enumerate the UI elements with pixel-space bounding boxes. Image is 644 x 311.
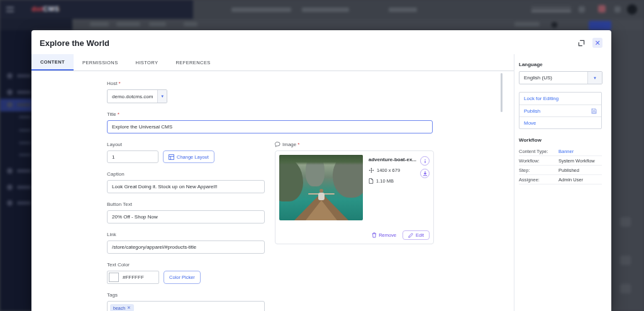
app-topbar: dotCMS (0, 0, 644, 19)
comment-icon (275, 142, 280, 147)
primary-action-button (589, 21, 611, 30)
sidebar-top (0, 19, 72, 30)
tab-content[interactable]: CONTENT (31, 54, 74, 71)
workflow-row: Workflow: System Workflow (519, 156, 602, 166)
button-text-label: Button Text (107, 201, 265, 207)
save-icon (591, 108, 597, 114)
language-value: English (US) (519, 72, 587, 84)
language-select[interactable]: English (US) ▼ (519, 71, 602, 84)
tab-references[interactable]: REFERENCES (167, 54, 219, 71)
lock-for-editing-action[interactable]: Lock for Editing (519, 93, 601, 105)
remove-image-button[interactable]: Remove (372, 232, 396, 238)
tab-bar: CONTENT PERMISSIONS HISTORY REFERENCES (31, 54, 514, 71)
toolbar-item (149, 22, 166, 26)
image-thumbnail[interactable] (279, 155, 363, 220)
avatar[interactable] (627, 4, 637, 14)
toolbar-item (184, 22, 197, 26)
button-text-input[interactable] (107, 210, 265, 223)
tab-permissions[interactable]: PERMISSIONS (74, 54, 127, 71)
toolbar-item (90, 22, 109, 26)
toolbar-toggle (552, 22, 557, 28)
dimensions-icon (369, 167, 374, 173)
breadcrumb (231, 8, 291, 12)
move-action[interactable]: Move (519, 116, 601, 128)
topbar-icon[interactable] (579, 6, 585, 13)
file-icon (369, 178, 374, 184)
grid-icon (169, 154, 174, 160)
tags-label: Tags (107, 292, 265, 298)
host-select[interactable]: demo.dotcms.com ▼ (107, 89, 167, 103)
title-input[interactable] (107, 120, 433, 133)
help-icon[interactable] (614, 6, 621, 13)
notifications-icon[interactable] (598, 5, 606, 13)
download-icon[interactable] (420, 169, 430, 178)
caption-label: Caption (107, 171, 265, 177)
breadcrumb (389, 8, 417, 12)
text-color-label: Text Color (107, 262, 265, 268)
image-field-card: adventure-boat-ex... 1400 x 679 1.10 MB (275, 150, 434, 244)
toolbar-item (116, 22, 140, 26)
chevron-down-icon[interactable]: ▼ (587, 72, 602, 84)
link-input[interactable] (107, 240, 265, 254)
content-type-link[interactable]: Banner (558, 149, 574, 154)
link-label: Link (107, 232, 265, 237)
color-value-box[interactable] (107, 271, 159, 284)
image-filesize: 1.10 MB (376, 178, 394, 184)
dialog-main: CONTENT PERMISSIONS HISTORY REFERENCES H… (31, 54, 514, 311)
layout-label: Layout (107, 142, 265, 147)
color-swatch[interactable] (109, 273, 119, 282)
title-label: Title (107, 111, 514, 117)
rail-icon (620, 217, 631, 227)
tags-input[interactable]: beach (107, 301, 265, 311)
breadcrumb (302, 8, 349, 12)
publish-action[interactable]: Publish (519, 105, 601, 116)
app-sidebar (0, 30, 33, 311)
image-label: Image (282, 142, 299, 147)
host-value: demo.dotcms.com (108, 90, 157, 103)
rail-icon (620, 256, 631, 265)
content-form: Host demo.dotcms.com ▼ Title La (31, 71, 514, 311)
pencil-icon (408, 233, 413, 238)
topbar-brand-area: dotCMS (0, 0, 193, 19)
tab-history[interactable]: HISTORY (127, 54, 167, 71)
info-icon[interactable] (420, 156, 430, 166)
change-layout-button[interactable]: Change Layout (163, 150, 214, 163)
menu-icon[interactable] (6, 7, 14, 12)
app-right-rail (611, 30, 644, 311)
workflow-label: Workflow (519, 137, 602, 143)
dialog-title: Explore the World (40, 38, 602, 48)
workflow-row: Step: Published (519, 166, 602, 175)
edit-content-dialog: Explore the World ✕ CONTENT PERMISSIONS … (31, 30, 611, 311)
workflow-actions-list: Lock for Editing Publish Move (519, 92, 602, 129)
language-label: Language (519, 62, 602, 67)
global-search-input[interactable] (531, 6, 571, 12)
color-picker-button[interactable]: Color Picker (164, 271, 201, 284)
app-logo: dotCMS (31, 5, 60, 13)
caption-input[interactable] (107, 180, 265, 193)
dialog-header: Explore the World ✕ (31, 30, 611, 54)
hex-input[interactable] (123, 274, 153, 280)
layout-input[interactable] (107, 150, 158, 163)
image-filename: adventure-boat-ex... (369, 157, 416, 162)
close-icon[interactable]: ✕ (592, 38, 602, 48)
workflow-row: Assignee: Admin User (519, 175, 602, 184)
app-subtoolbar (0, 19, 644, 30)
chevron-down-icon[interactable]: ▼ (157, 90, 167, 103)
dialog-side-panel: Language English (US) ▼ Lock for Editing… (514, 54, 611, 311)
scrollbar[interactable] (501, 73, 502, 112)
edit-image-button[interactable]: Edit (402, 230, 430, 240)
screen: dotCMS (0, 0, 644, 311)
chip-remove-icon[interactable] (127, 305, 131, 310)
expand-icon[interactable] (576, 38, 586, 48)
trash-icon (372, 232, 377, 238)
tag-chip: beach (110, 304, 134, 311)
toolbar-item (514, 22, 540, 26)
workflow-row: Content Type: Banner (519, 147, 602, 156)
rail-icon (620, 284, 631, 293)
host-label: Host (107, 81, 514, 86)
image-dimensions: 1400 x 679 (377, 167, 400, 173)
